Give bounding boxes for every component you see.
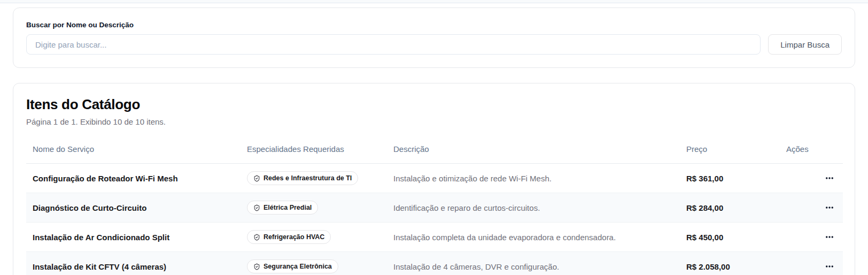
pagination-summary: Página 1 de 1. Exibindo 10 de 10 itens. [26,117,842,126]
actions-cell [780,193,843,223]
service-description: Instalação de 4 câmeras, DVR e configura… [387,252,680,275]
catalog-card: Itens do Catálogo Página 1 de 1. Exibind… [13,83,855,275]
service-name: Diagnóstico de Curto-Circuito [26,193,241,223]
row-actions-button[interactable] [824,201,835,215]
service-name: Instalação de Kit CFTV (4 câmeras) [26,252,241,275]
catalog-table: Nome do Serviço Especialidades Requerida… [26,138,843,275]
search-label: Buscar por Nome ou Descrição [26,21,842,29]
ellipsis-horizontal-icon [825,235,834,243]
service-name: Configuração de Roteador Wi-Fi Mesh [26,164,241,193]
actions-cell [780,223,843,252]
row-actions-button[interactable] [824,230,835,244]
search-card: Buscar por Nome ou Descrição Limpar Busc… [13,7,855,68]
service-description: Instalação completa da unidade evaporado… [387,223,680,252]
service-name: Instalação de Ar Condicionado Split [26,223,241,252]
column-header-actions: Ações [780,138,843,164]
specialty-label: Redes e Infraestrutura de TI [264,174,352,182]
shield-check-icon [253,204,260,211]
service-price: R$ 284,00 [680,193,780,223]
specialty-cell: Redes e Infraestrutura de TI [241,164,387,193]
specialty-cell: Refrigeração HVAC [241,223,387,252]
specialty-badge: Elétrica Predial [247,201,318,215]
service-description: Identificação e reparo de curtos-circuit… [387,193,680,223]
shield-check-icon [253,234,260,241]
table-row: Diagnóstico de Curto-Circuito Elétrica P… [26,193,843,223]
page-title: Itens do Catálogo [26,96,842,113]
column-header-service-name: Nome do Serviço [26,138,241,164]
service-price: R$ 450,00 [680,223,780,252]
search-input[interactable] [26,34,761,55]
shield-check-icon [253,175,260,182]
specialty-cell: Elétrica Predial [241,193,387,223]
actions-cell [780,164,843,193]
ellipsis-horizontal-icon [825,177,834,185]
column-header-description: Descrição [387,138,680,164]
table-row: Instalação de Ar Condicionado Split Refr… [26,223,843,252]
column-header-specialties: Especialidades Requeridas [241,138,387,164]
ellipsis-horizontal-icon [825,206,834,214]
clear-search-button[interactable]: Limpar Busca [768,34,842,55]
specialty-badge: Segurança Eletrônica [247,259,338,273]
specialty-label: Segurança Eletrônica [264,263,332,270]
specialty-label: Refrigeração HVAC [264,233,324,241]
page: Buscar por Nome ou Descrição Limpar Busc… [0,3,868,275]
table-row: Configuração de Roteador Wi-Fi Mesh Rede… [26,164,843,193]
row-actions-button[interactable] [824,171,835,185]
column-header-price: Preço [680,138,780,164]
ellipsis-horizontal-icon [825,265,834,273]
row-actions-button[interactable] [824,259,835,273]
table-header-row: Nome do Serviço Especialidades Requerida… [26,138,843,164]
specialty-badge: Redes e Infraestrutura de TI [247,171,358,185]
service-description: Instalação e otimização de rede Wi-Fi Me… [387,164,680,193]
search-row: Limpar Busca [26,34,842,55]
specialty-label: Elétrica Predial [264,204,312,211]
shield-check-icon [253,263,260,270]
specialty-cell: Segurança Eletrônica [241,252,387,275]
service-price: R$ 361,00 [680,164,780,193]
service-price: R$ 2.058,00 [680,252,780,275]
specialty-badge: Refrigeração HVAC [247,230,331,244]
actions-cell [780,252,843,275]
table-row: Instalação de Kit CFTV (4 câmeras) Segur… [26,252,843,275]
